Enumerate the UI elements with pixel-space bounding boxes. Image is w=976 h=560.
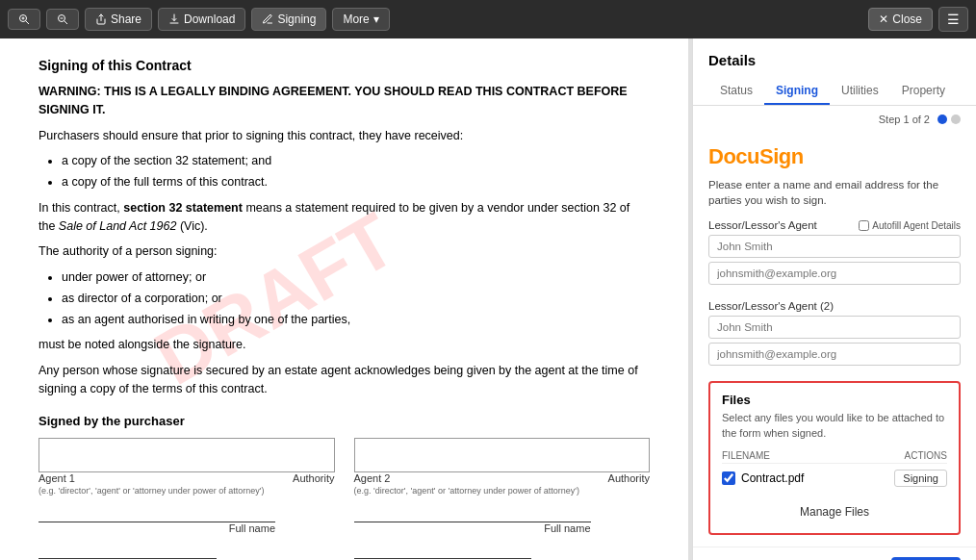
step-dots	[937, 115, 961, 124]
doc-para4: must be noted alongside the signature.	[39, 336, 650, 354]
doc-para5: Any person whose signature is secured by…	[39, 362, 650, 398]
bottom-bar: Next	[693, 547, 976, 560]
doc-warning: WARNING: THIS IS A LEGALLY BINDING AGREE…	[39, 83, 650, 119]
files-desc: Select any files you would like to be at…	[722, 411, 947, 441]
document-panel: DRAFT Signing of this Contract WARNING: …	[0, 38, 688, 560]
docusign-desc: Please enter a name and email address fo…	[708, 177, 961, 208]
sig-box-agent2	[354, 438, 651, 472]
file-name: Contract.pdf	[741, 471, 888, 485]
list-item: a copy of the full terms of this contrac…	[62, 173, 650, 191]
download-icon	[168, 13, 180, 25]
lessor2-label: Lessor/Lessor's Agent (2)	[708, 300, 961, 312]
lessor-name-input[interactable]	[708, 235, 961, 258]
lessor2-name-input[interactable]	[708, 316, 961, 339]
zoom-in-icon	[18, 13, 30, 25]
sig-label-agent2: Agent 2 Authority	[354, 472, 651, 484]
download-button[interactable]: Download	[158, 8, 245, 31]
sig-row-2: Full name Date Full name Date	[39, 503, 650, 561]
share-button[interactable]: Share	[85, 8, 152, 31]
doc-list2: under power of attorney; or as director …	[62, 268, 650, 328]
hamburger-menu-button[interactable]: ☰	[938, 7, 968, 32]
main-layout: DRAFT Signing of this Contract WARNING: …	[0, 38, 976, 560]
sig-col-right: Agent 2 Authority (e.g. 'director', 'age…	[354, 438, 651, 496]
file-action-button[interactable]: Signing	[894, 470, 947, 487]
manage-files-button[interactable]: Manage Files	[722, 500, 947, 523]
files-table: FILENAME ACTIONS Contract.pdf Signing	[722, 450, 947, 487]
close-button[interactable]: ✕ Close	[868, 8, 933, 31]
sig-row-1: Agent 1 Authority (e.g. 'director', 'age…	[39, 438, 650, 496]
list-item: as director of a corporation; or	[62, 290, 650, 308]
svg-line-1	[26, 21, 30, 25]
list-item: under power of attorney; or	[62, 268, 650, 287]
docusign-logo: DocuSign	[708, 144, 961, 169]
sidebar-tabs: Status Signing Utilities Property	[693, 78, 976, 106]
list-item: a copy of the section 32 statement; and	[62, 152, 650, 170]
purchaser-heading: Signed by the purchaser	[39, 414, 650, 428]
pen-icon	[262, 13, 273, 25]
svg-line-5	[64, 21, 68, 25]
doc-para2: In this contract, section 32 statement m…	[39, 199, 650, 236]
sidebar-title: Details	[708, 52, 961, 68]
fullname-label-left: Full name	[39, 522, 275, 534]
doc-para3: The authority of a person signing:	[39, 242, 650, 261]
files-section: Files Select any files you would like to…	[708, 381, 961, 535]
share-icon	[95, 13, 107, 25]
sidebar-content: DocuSign Please enter a name and email a…	[693, 133, 976, 547]
lessor-label: Lessor/Lessor's Agent Autofill Agent Det…	[708, 219, 961, 231]
list-item: as an agent authorised in writing by one…	[62, 311, 650, 329]
tab-signing[interactable]: Signing	[764, 78, 830, 105]
files-title: Files	[722, 393, 947, 407]
sig-label-agent1: Agent 1 Authority	[39, 472, 335, 484]
col-filename: FILENAME	[722, 450, 770, 461]
autofill-label[interactable]: Autofill Agent Details	[859, 220, 961, 231]
sig-box-agent1	[39, 438, 335, 472]
sig-sublabel-agent1: (e.g. 'director', 'agent' or 'attorney u…	[39, 486, 335, 496]
document-content: Signing of this Contract WARNING: THIS I…	[39, 58, 650, 560]
step-label: Step 1 of 2	[879, 114, 930, 125]
files-table-header: FILENAME ACTIONS	[722, 450, 947, 464]
lessor-form-section: Lessor/Lessor's Agent Autofill Agent Det…	[708, 219, 961, 289]
lessor2-email-input[interactable]	[708, 343, 961, 366]
tab-property[interactable]: Property	[890, 78, 957, 105]
files-row: Contract.pdf Signing	[722, 470, 947, 487]
tab-status[interactable]: Status	[708, 78, 764, 105]
sig-col-left: Agent 1 Authority (e.g. 'director', 'age…	[39, 438, 335, 496]
fullname-label-right: Full name	[354, 522, 591, 534]
doc-para1: Purchasers should ensure that prior to s…	[39, 127, 650, 145]
autofill-checkbox[interactable]	[859, 220, 869, 231]
sidebar-header: Details	[693, 38, 976, 78]
dot-2	[951, 115, 961, 124]
signing-button[interactable]: Signing	[251, 8, 326, 31]
tab-utilities[interactable]: Utilities	[830, 78, 890, 105]
sig-fullname-left: Full name Date	[39, 503, 335, 561]
step-indicator: Step 1 of 2	[693, 106, 976, 133]
file-checkbox[interactable]	[722, 471, 735, 485]
zoom-out-icon	[57, 13, 68, 25]
sig-fullname-right: Full name Date	[354, 503, 651, 561]
sig-sublabel-agent2: (e.g. 'director', 'agent' or 'attorney u…	[354, 486, 651, 496]
zoom-out-button[interactable]	[46, 9, 79, 30]
sidebar: Details Status Signing Utilities Propert…	[692, 38, 976, 560]
dot-1	[937, 115, 947, 124]
lessor-email-input[interactable]	[708, 262, 961, 285]
zoom-in-button[interactable]	[8, 9, 40, 30]
doc-list1: a copy of the section 32 statement; and …	[62, 152, 650, 191]
more-button[interactable]: More ▾	[332, 8, 389, 31]
doc-title: Signing of this Contract	[39, 58, 650, 73]
toolbar: Share Download Signing More ▾ ✕ Close ☰	[0, 0, 976, 38]
purchaser-section: Signed by the purchaser Agent 1 Authorit…	[39, 414, 650, 561]
lessor2-form-section: Lessor/Lessor's Agent (2)	[708, 300, 961, 369]
col-actions: ACTIONS	[905, 450, 947, 461]
